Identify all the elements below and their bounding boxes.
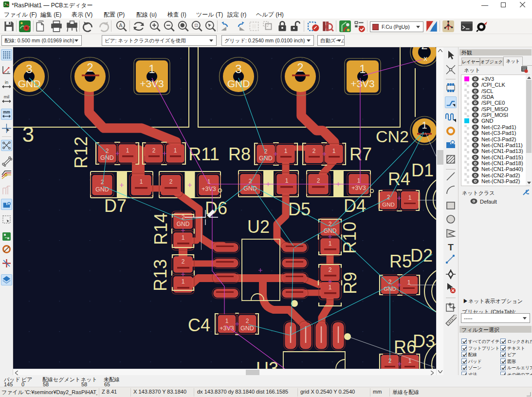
svg-text:3: 3 bbox=[26, 62, 32, 76]
svg-text:U3: U3 bbox=[256, 359, 278, 369]
svg-text:R4: R4 bbox=[388, 169, 410, 189]
svg-text:U2: U2 bbox=[247, 217, 270, 237]
svg-text:R7: R7 bbox=[349, 144, 372, 164]
svg-text:R9: R9 bbox=[340, 272, 360, 294]
svg-text:R12: R12 bbox=[71, 136, 91, 169]
svg-text:C4: C4 bbox=[188, 315, 210, 335]
svg-text:+3V3: +3V3 bbox=[351, 185, 366, 191]
svg-text:1: 1 bbox=[285, 177, 289, 184]
svg-text:1: 1 bbox=[182, 234, 185, 241]
svg-text:R8: R8 bbox=[228, 144, 251, 164]
svg-text:R5: R5 bbox=[389, 251, 412, 271]
svg-text:CN2: CN2 bbox=[376, 127, 409, 146]
svg-text:1: 1 bbox=[329, 240, 332, 247]
svg-text:A: A bbox=[119, 22, 123, 28]
svg-text:mil: mil bbox=[4, 95, 10, 99]
svg-text:2: 2 bbox=[387, 194, 390, 201]
svg-text:in: in bbox=[5, 80, 8, 85]
svg-text:2: 2 bbox=[317, 177, 320, 184]
svg-text:1: 1 bbox=[225, 318, 229, 324]
svg-text:T: T bbox=[448, 242, 454, 252]
svg-text:GND: GND bbox=[324, 227, 337, 234]
svg-text:1: 1 bbox=[408, 194, 412, 201]
svg-text:R11: R11 bbox=[188, 144, 219, 164]
svg-text:D2: D2 bbox=[410, 246, 433, 265]
svg-text:R10: R10 bbox=[340, 222, 360, 254]
svg-text:GND: GND bbox=[382, 202, 395, 208]
svg-text:D1: D1 bbox=[411, 160, 434, 180]
svg-text:2: 2 bbox=[421, 47, 427, 52]
svg-text:1: 1 bbox=[332, 148, 336, 154]
svg-text:R13: R13 bbox=[150, 259, 170, 291]
svg-text:D5: D5 bbox=[288, 199, 311, 219]
svg-text:2: 2 bbox=[329, 266, 332, 273]
svg-text:+3V3: +3V3 bbox=[140, 78, 164, 89]
svg-text:1: 1 bbox=[182, 278, 185, 285]
svg-text:3: 3 bbox=[22, 122, 34, 146]
svg-text:1: 1 bbox=[140, 178, 143, 185]
svg-text:x: x bbox=[423, 54, 427, 62]
svg-text:1: 1 bbox=[422, 120, 427, 131]
svg-text:GND: GND bbox=[95, 186, 109, 193]
svg-text:1: 1 bbox=[359, 62, 366, 76]
svg-text:2: 2 bbox=[169, 178, 173, 185]
svg-text:1: 1 bbox=[284, 148, 288, 154]
svg-text:1: 1 bbox=[329, 284, 332, 291]
svg-text:+3V3: +3V3 bbox=[350, 78, 375, 89]
svg-text:D3: D3 bbox=[413, 331, 435, 351]
svg-text:+3V3: +3V3 bbox=[202, 186, 216, 192]
svg-text:D7: D7 bbox=[104, 196, 127, 216]
svg-text:2: 2 bbox=[246, 318, 249, 324]
svg-text:1: 1 bbox=[126, 147, 129, 154]
svg-text:R14: R14 bbox=[151, 213, 171, 245]
svg-text:2: 2 bbox=[182, 258, 185, 265]
svg-text:θ: θ bbox=[7, 70, 9, 74]
svg-text:GND: GND bbox=[18, 78, 41, 89]
svg-text:⊡: ⊡ bbox=[194, 23, 198, 28]
svg-text:2: 2 bbox=[106, 148, 109, 154]
svg-text:GND: GND bbox=[177, 221, 190, 227]
svg-text:1: 1 bbox=[148, 62, 155, 76]
svg-text:2: 2 bbox=[101, 179, 104, 186]
svg-text:2: 2 bbox=[152, 147, 156, 154]
svg-text:D4: D4 bbox=[344, 196, 366, 216]
svg-text:2: 2 bbox=[312, 148, 316, 154]
svg-text:2: 2 bbox=[297, 61, 303, 74]
svg-text:GND: GND bbox=[240, 325, 254, 332]
svg-text:1: 1 bbox=[174, 147, 177, 154]
svg-text:2: 2 bbox=[87, 61, 93, 74]
svg-text:GND: GND bbox=[227, 78, 250, 89]
svg-text:GND: GND bbox=[100, 154, 114, 161]
svg-text:mm: mm bbox=[3, 110, 10, 114]
svg-text:3: 3 bbox=[235, 62, 241, 76]
